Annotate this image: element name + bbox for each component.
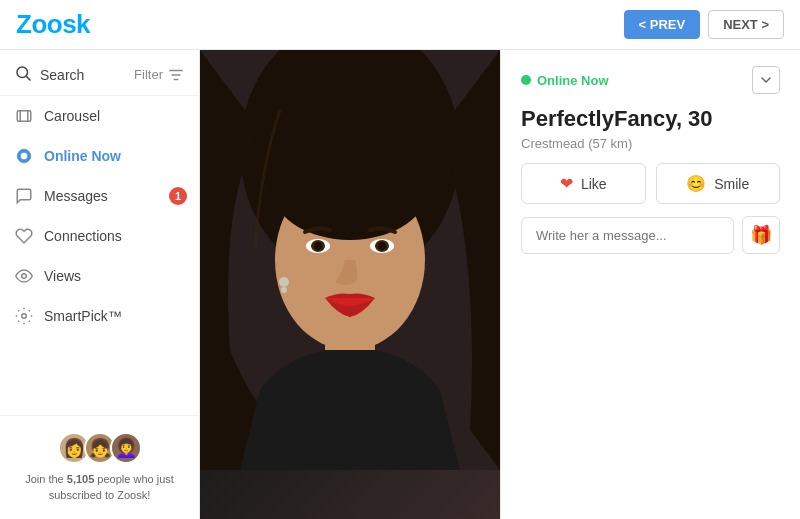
message-row: 🎁 (521, 216, 780, 254)
svg-point-9 (20, 152, 28, 160)
profile-name: PerfectlyFancy, 30 Crestmead (57 km) (521, 106, 780, 151)
profile-dropdown-button[interactable] (752, 66, 780, 94)
svg-point-0 (17, 67, 28, 78)
filter-label: Filter (134, 67, 163, 82)
gift-button[interactable]: 🎁 (742, 216, 780, 254)
online-now-label: Online Now (44, 148, 121, 164)
smile-label: Smile (714, 176, 749, 192)
smartpick-icon (14, 306, 34, 326)
sidebar-item-search[interactable]: Search (14, 64, 84, 85)
smile-button[interactable]: 😊 Smile (656, 163, 781, 204)
svg-point-11 (22, 314, 27, 319)
portrait-svg (200, 50, 500, 470)
smile-icon: 😊 (686, 174, 706, 193)
heart-icon: ❤ (560, 174, 573, 193)
smartpick-label: SmartPick™ (44, 308, 122, 324)
messages-badge: 1 (169, 187, 187, 205)
svg-point-24 (281, 287, 287, 293)
profile-location-text: Crestmead (57 km) (521, 136, 780, 151)
sidebar-item-views[interactable]: Views (0, 256, 199, 296)
svg-point-22 (378, 242, 386, 250)
sidebar-item-carousel[interactable]: Carousel (0, 96, 199, 136)
subscriber-avatars: 👩 👧 👩‍🦱 (14, 432, 185, 464)
svg-rect-5 (17, 111, 31, 122)
filter-icon (167, 66, 185, 84)
search-filter-row: Search Filter (0, 54, 199, 96)
main-layout: Search Filter Carousel (0, 50, 800, 519)
filter-button[interactable]: Filter (134, 66, 185, 84)
profile-photo (200, 50, 500, 519)
logo: Zoosk (16, 9, 90, 40)
svg-point-16 (270, 130, 430, 240)
message-input[interactable] (521, 217, 734, 254)
sidebar-item-smartpick[interactable]: SmartPick™ (0, 296, 199, 336)
sidebar-item-messages[interactable]: Messages 1 (0, 176, 199, 216)
online-dot (521, 75, 531, 85)
content-area: Online Now PerfectlyFancy, 30 Crestmead … (200, 50, 800, 519)
header: Zoosk < PREV NEXT > (0, 0, 800, 50)
views-icon (14, 266, 34, 286)
gift-icon: 🎁 (750, 224, 772, 246)
messages-label: Messages (44, 188, 108, 204)
prev-button[interactable]: < PREV (624, 10, 701, 39)
svg-point-23 (279, 277, 289, 287)
profile-photo-panel[interactable] (200, 50, 500, 519)
like-label: Like (581, 176, 607, 192)
nav-controls: < PREV NEXT > (624, 10, 784, 39)
carousel-icon (14, 106, 34, 126)
profile-panel: Online Now PerfectlyFancy, 30 Crestmead … (500, 50, 800, 519)
online-badge: Online Now (521, 73, 609, 88)
online-now-icon (14, 146, 34, 166)
like-button[interactable]: ❤ Like (521, 163, 646, 204)
next-button[interactable]: NEXT > (708, 10, 784, 39)
avatar: 👩‍🦱 (110, 432, 142, 464)
action-buttons: ❤ Like 😊 Smile (521, 163, 780, 204)
svg-line-1 (26, 76, 30, 80)
online-indicator-row: Online Now (521, 66, 780, 94)
sidebar-footer: 👩 👧 👩‍🦱 Join the 5,105 people who just s… (0, 415, 199, 519)
views-label: Views (44, 268, 81, 284)
online-status-text: Online Now (537, 73, 609, 88)
sidebar-item-online-now[interactable]: Online Now (0, 136, 199, 176)
sidebar: Search Filter Carousel (0, 50, 200, 519)
svg-point-19 (314, 242, 322, 250)
search-label: Search (40, 67, 84, 83)
messages-icon (14, 186, 34, 206)
connections-icon (14, 226, 34, 246)
carousel-label: Carousel (44, 108, 100, 124)
subscriber-text: Join the 5,105 people who just subscribe… (14, 472, 185, 503)
chevron-down-icon (760, 74, 772, 86)
connections-label: Connections (44, 228, 122, 244)
svg-point-10 (22, 274, 27, 279)
search-icon (14, 64, 32, 85)
sidebar-item-connections[interactable]: Connections (0, 216, 199, 256)
profile-name-text: PerfectlyFancy, 30 (521, 106, 780, 132)
